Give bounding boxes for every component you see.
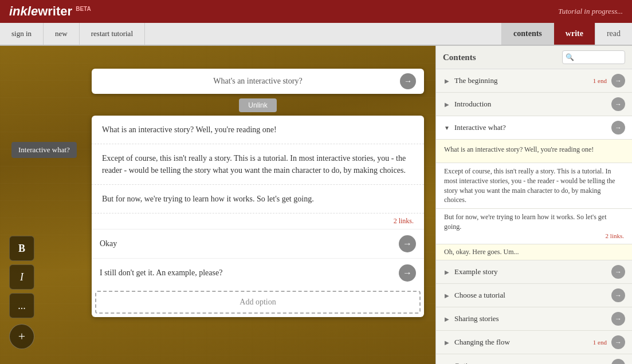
content-name-the-beginning: The beginning bbox=[454, 76, 590, 85]
nav-write[interactable]: write bbox=[554, 23, 595, 45]
more-button[interactable]: ... bbox=[9, 293, 34, 318]
inline-preview: Oh, okay. Here goes. Um... bbox=[436, 244, 632, 260]
content-name-changing-flow: Changing the flow bbox=[454, 338, 590, 347]
contents-header: Contents 🔍 bbox=[436, 46, 632, 69]
italic-button[interactable]: I bbox=[9, 264, 34, 290]
nav-arrow-interactive-what[interactable]: → bbox=[611, 121, 625, 134]
content-name-interactive-what: Interactive what? bbox=[454, 123, 607, 132]
nav-contents[interactable]: contents bbox=[501, 23, 554, 45]
card-para-2: Except of course, this isn't really a st… bbox=[92, 144, 424, 185]
contents-list: ▶ The beginning 1 end → ▶ Introduction →… bbox=[436, 69, 632, 364]
expand-arrow-changing-flow: ▶ bbox=[443, 338, 451, 346]
search-icon: 🔍 bbox=[566, 53, 574, 62]
top-card-arrow-icon[interactable]: → bbox=[400, 73, 416, 89]
content-name-sharing-stories: Sharing stories bbox=[454, 314, 607, 323]
expand-arrow-example-story: ▶ bbox=[443, 268, 451, 276]
content-name-example-story: Example story bbox=[454, 267, 607, 276]
content-item-changing-flow[interactable]: ▶ Changing the flow 1 end → bbox=[436, 331, 632, 354]
section-label: Interactive what? bbox=[11, 142, 77, 158]
unlink-button[interactable]: Unlink bbox=[239, 98, 276, 112]
top-card-text: What's an interactive story? bbox=[102, 77, 414, 86]
nav-arrow-introduction[interactable]: → bbox=[611, 97, 625, 111]
content-item-choose-tutorial[interactable]: ▶ Choose a tutorial → bbox=[436, 284, 632, 307]
nav-arrow-choose-tutorial[interactable]: → bbox=[611, 288, 625, 302]
story-area: What's an interactive story? → Unlink Wh… bbox=[92, 69, 424, 317]
add-button[interactable]: + bbox=[9, 324, 34, 349]
beta-badge: BETA bbox=[76, 6, 91, 12]
option-label-1: Okay bbox=[100, 239, 399, 248]
nav-restart-tutorial[interactable]: restart tutorial bbox=[80, 23, 145, 45]
nav-sign-in[interactable]: sign in bbox=[0, 23, 44, 45]
badge-changing-flow: 1 end bbox=[593, 339, 607, 346]
content-item-the-beginning[interactable]: ▶ The beginning 1 end → bbox=[436, 69, 632, 93]
content-name-options: Options bbox=[454, 361, 590, 364]
add-option-row[interactable]: Add option bbox=[95, 291, 421, 314]
content-item-interactive-what[interactable]: ▼ Interactive what? → bbox=[436, 116, 632, 140]
editor-panel: Interactive what? What's an interactive … bbox=[0, 46, 435, 364]
expanded-extra-1: Except of course, this isn't really a st… bbox=[436, 163, 632, 209]
links-count: 2 links. bbox=[92, 213, 424, 229]
content-item-options[interactable]: ▶ Options 1 end → bbox=[436, 354, 632, 364]
option-arrow-1[interactable]: → bbox=[399, 235, 416, 252]
nav-arrow-example-story[interactable]: → bbox=[611, 265, 625, 279]
content-item-sharing-stories[interactable]: ▶ Sharing stories → bbox=[436, 307, 632, 331]
expand-arrow-options: ▶ bbox=[443, 362, 451, 364]
nav-arrow-sharing-stories[interactable]: → bbox=[611, 312, 625, 326]
expand-arrow-interactive-what: ▼ bbox=[443, 124, 451, 132]
navbar: sign in new restart tutorial contents wr… bbox=[0, 23, 632, 46]
top-card: What's an interactive story? → bbox=[92, 69, 424, 94]
main-story-card: What is an interactive story? Well, you'… bbox=[92, 116, 424, 317]
bold-button[interactable]: B bbox=[9, 236, 34, 261]
nav-arrow-options[interactable]: → bbox=[611, 359, 625, 364]
expanded-extra-2: But for now, we're trying to learn how i… bbox=[436, 209, 632, 244]
unlink-area: Unlink bbox=[92, 98, 424, 112]
option-arrow-2[interactable]: → bbox=[399, 264, 416, 282]
option-label-2: I still don't get it. An example, please… bbox=[100, 268, 399, 278]
contents-panel: Contents 🔍 ▶ The beginning 1 end → ▶ Int… bbox=[435, 46, 632, 364]
content-name-introduction: Introduction bbox=[454, 100, 607, 109]
tutorial-status: Tutorial in progress... bbox=[558, 7, 623, 16]
main-area: Interactive what? What's an interactive … bbox=[0, 46, 632, 364]
app-logo: inkleinklewriterwriter BETA bbox=[9, 4, 91, 19]
card-para-3: But for now, we're trying to learn how i… bbox=[92, 185, 424, 213]
nav-arrow-the-beginning[interactable]: → bbox=[611, 74, 625, 88]
expand-arrow-choose-tutorial: ▶ bbox=[443, 291, 451, 299]
expand-arrow-the-beginning: ▶ bbox=[443, 77, 451, 85]
contents-title: Contents bbox=[443, 53, 476, 62]
badge-the-beginning: 1 end bbox=[593, 77, 607, 84]
nav-read[interactable]: read bbox=[595, 23, 632, 45]
left-toolbar: B I ... bbox=[9, 236, 34, 318]
card-para-1: What is an interactive story? Well, you'… bbox=[92, 116, 424, 144]
nav-new[interactable]: new bbox=[44, 23, 80, 45]
expanded-content-interactive-what: What is an interactive story? Well, you'… bbox=[436, 140, 632, 163]
content-item-example-story[interactable]: ▶ Example story → bbox=[436, 260, 632, 284]
app-header: inkleinklewriterwriter BETA Tutorial in … bbox=[0, 0, 632, 23]
content-item-introduction[interactable]: ▶ Introduction → bbox=[436, 93, 632, 116]
expand-arrow-introduction: ▶ bbox=[443, 100, 451, 108]
option-row-1[interactable]: Okay → bbox=[92, 229, 424, 258]
content-name-choose-tutorial: Choose a tutorial bbox=[454, 291, 607, 300]
nav-arrow-changing-flow[interactable]: → bbox=[611, 335, 625, 349]
option-row-2[interactable]: I still don't get it. An example, please… bbox=[92, 258, 424, 287]
expand-arrow-sharing-stories: ▶ bbox=[443, 315, 451, 323]
